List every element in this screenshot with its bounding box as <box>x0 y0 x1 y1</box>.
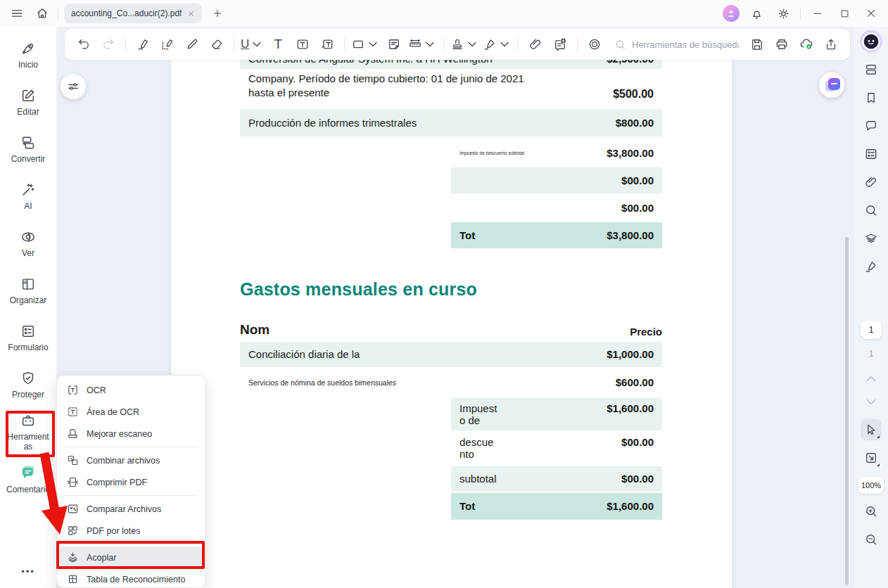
notifications-button[interactable] <box>747 4 766 23</box>
sidebar-item-ai[interactable]: AI <box>2 175 54 219</box>
minimize-button[interactable] <box>808 4 827 23</box>
sidebar-item-label: Formulario <box>8 343 48 353</box>
chevron-down-icon <box>864 395 878 409</box>
next-page-button[interactable] <box>861 391 882 412</box>
sticky-note-button[interactable] <box>383 34 405 55</box>
bookmarks-panel-button[interactable] <box>861 87 882 108</box>
summary-row: $00.00 <box>451 167 662 193</box>
highlight-button[interactable] <box>132 34 153 55</box>
form-fields-panel-button[interactable] <box>861 143 882 165</box>
search-input[interactable] <box>632 39 739 50</box>
panels-icon <box>864 63 878 77</box>
sidebar-item-herramientas[interactable]: Herramientas <box>2 411 54 454</box>
snapshot-tool-button[interactable] <box>861 447 882 468</box>
zoom-level-display[interactable]: 100% <box>858 477 884 494</box>
pdf-page[interactable]: Conversión de Angular System Inc. a HH W… <box>171 60 732 588</box>
select-tool-button[interactable] <box>861 419 882 440</box>
signature-panel-button[interactable] <box>861 256 882 277</box>
sidebar-item-organizar[interactable]: Organizar <box>2 269 54 313</box>
settings-button[interactable] <box>773 4 793 23</box>
attachment-button[interactable] <box>525 34 546 55</box>
combine-files-icon <box>67 454 79 466</box>
thumbnails-panel-button[interactable] <box>861 59 882 80</box>
summary-row: Impuesto de descuento subtotal $3,800.00 <box>451 140 662 166</box>
menu-item-mejorar-escaneo[interactable]: Mejorar escaneo <box>60 423 202 445</box>
zoom-out-button[interactable] <box>861 529 882 550</box>
reading-mode-button[interactable] <box>584 34 605 55</box>
text-box-icon <box>296 37 310 51</box>
table-row: Conciliación diaria de la $1,000.00 <box>240 342 662 367</box>
eraser-button[interactable] <box>206 34 227 55</box>
sidebar-item-label: AI <box>24 202 32 212</box>
menu-item-tabla-de-reconocimiento[interactable]: Tabla de Reconocimiento <box>60 568 202 588</box>
tools-menu: OCR Área de OCR Mejorar escaneo Combinar… <box>56 375 205 588</box>
close-button[interactable] <box>861 4 881 23</box>
user-avatar[interactable] <box>723 5 740 22</box>
text-box-button[interactable] <box>292 34 313 55</box>
print-button[interactable] <box>771 34 792 55</box>
sidebar-item-ver[interactable]: Ver <box>2 222 54 266</box>
summary-row: $00.00 <box>451 195 662 221</box>
undo-button[interactable] <box>73 34 94 55</box>
share-button[interactable] <box>820 34 842 55</box>
underline-tool-button[interactable]: U <box>241 34 264 55</box>
menu-item-comparar-archivos[interactable]: Comparar Archivos <box>60 498 202 520</box>
translate-widget-button[interactable] <box>819 72 844 98</box>
text-callout-button[interactable] <box>317 34 338 55</box>
home-icon <box>35 6 49 20</box>
sidebar-item-label: Herramientas <box>6 433 51 452</box>
sidebar-item-convertir[interactable]: Convertir <box>2 128 54 172</box>
chevron-down-icon <box>250 37 264 51</box>
sidebar-item-comentario[interactable]: Comentario <box>2 458 54 501</box>
measure-button[interactable] <box>408 34 437 55</box>
layers-panel-button[interactable] <box>861 228 882 249</box>
add-comment-button[interactable] <box>550 34 571 55</box>
ai-robot-icon <box>862 32 880 51</box>
tab-close-icon[interactable] <box>187 10 195 18</box>
table-recognition-icon <box>67 573 79 585</box>
sidebar-item-label: Editar <box>17 108 39 117</box>
menu-item-acoplar[interactable]: Acoplar <box>60 547 202 568</box>
maximize-icon <box>839 8 850 19</box>
toolbar-separator <box>234 37 234 51</box>
main-menu-button[interactable] <box>7 4 27 23</box>
sidebar-item-proteger[interactable]: Proteger <box>2 364 54 407</box>
comments-panel-button[interactable] <box>861 115 882 136</box>
search-panel-button[interactable] <box>861 200 882 221</box>
redo-button[interactable] <box>98 34 119 55</box>
cloud-sync-button[interactable] <box>796 34 817 55</box>
zoom-in-button[interactable] <box>861 501 882 522</box>
home-button[interactable] <box>32 4 52 23</box>
ai-assistant-button[interactable] <box>862 32 880 51</box>
menu-item-label: PDF por lotes <box>87 526 140 536</box>
flatten-icon <box>67 551 79 563</box>
pencil-button[interactable] <box>182 34 203 55</box>
current-page-input[interactable]: 1 <box>861 321 882 339</box>
attachments-panel-button[interactable] <box>861 172 882 193</box>
save-button[interactable] <box>747 34 768 55</box>
row-value: $1,000.00 <box>607 348 654 360</box>
previous-page-button[interactable] <box>861 369 882 390</box>
area-highlight-button[interactable] <box>157 34 178 55</box>
annotation-settings-button[interactable] <box>61 74 86 99</box>
eraser-icon <box>210 37 224 51</box>
signature-button[interactable] <box>483 34 512 55</box>
menu-item-combinar-archivos[interactable]: Combinar archivos <box>60 449 202 471</box>
new-tab-button[interactable] <box>208 4 227 23</box>
menu-item-ocr[interactable]: OCR <box>60 379 202 401</box>
add-text-button[interactable]: T <box>267 34 288 55</box>
document-tab[interactable]: accounting_Co...aducir(2).pdf * <box>64 4 202 23</box>
vertical-scrollbar[interactable] <box>845 237 849 585</box>
stamp-button[interactable] <box>450 34 479 55</box>
menu-item-area-ocr[interactable]: Área de OCR <box>60 401 202 423</box>
sidebar-item-editar[interactable]: Editar <box>2 81 54 124</box>
maximize-button[interactable] <box>835 4 854 23</box>
menu-item-comprimir-pdf[interactable]: Comprimir PDF <box>60 471 202 493</box>
menu-item-pdf-por-lotes[interactable]: PDF por lotes <box>60 520 202 542</box>
row-label: subtotal <box>459 473 497 485</box>
row-value: $1,600.00 <box>607 402 654 414</box>
shape-button[interactable] <box>351 34 380 55</box>
sidebar-item-formulario[interactable]: Formulario <box>2 317 54 360</box>
sidebar-more-button[interactable]: ••• <box>21 566 35 577</box>
sidebar-item-inicio[interactable]: Inicio <box>2 34 54 77</box>
